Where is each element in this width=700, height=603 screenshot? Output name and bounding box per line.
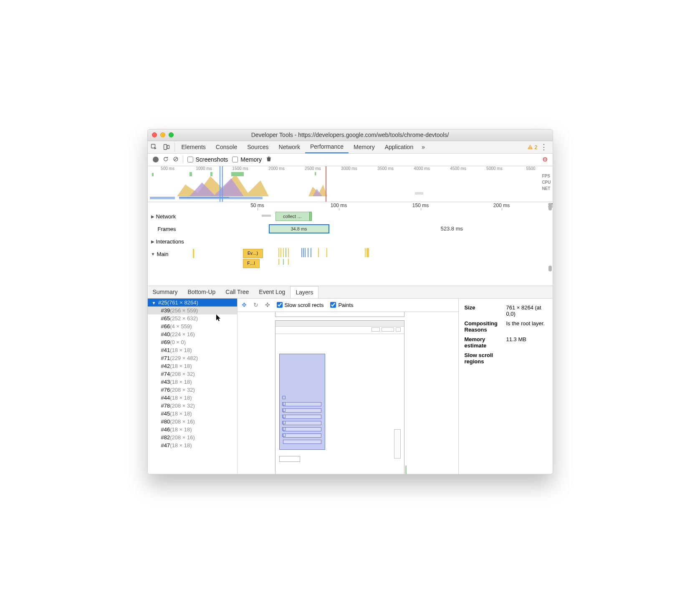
prop-slowscroll-value	[505, 350, 548, 366]
layer-item[interactable]: #47(18 × 18)	[148, 441, 237, 449]
layers-toolbar: ✥ ↻ ✜ Slow scroll rects Paints	[238, 299, 458, 312]
tab-console[interactable]: Console	[211, 141, 242, 153]
tab-application[interactable]: Application	[380, 141, 419, 153]
main-scrollbar[interactable]	[548, 266, 552, 271]
flamechart-area: ▶Network Frames ▶Interactions ▼Main 50 m…	[148, 202, 553, 286]
details-tabstrip: Summary Bottom-Up Call Tree Event Log La…	[148, 286, 553, 299]
tab-network[interactable]: Network	[274, 141, 305, 153]
layer-item[interactable]: #41(18 × 18)	[148, 346, 237, 354]
prop-memory-label: Memory estimate	[464, 334, 505, 350]
layers-viewport: ✥ ↻ ✜ Slow scroll rects Paints	[238, 299, 459, 474]
main-event[interactable]: Ev…)	[243, 249, 263, 258]
btab-bottom-up[interactable]: Bottom-Up	[182, 286, 220, 298]
btab-layers[interactable]: Layers	[290, 286, 318, 298]
titlebar: Developer Tools - https://developers.goo…	[148, 129, 553, 141]
selected-layer-overlay	[279, 354, 325, 450]
track-network[interactable]: ▶Network	[148, 210, 193, 223]
maximize-button[interactable]	[169, 132, 174, 137]
minimize-button[interactable]	[160, 132, 165, 137]
layer-item[interactable]: #82(208 × 16)	[148, 433, 237, 441]
performance-toolbar: Screenshots Memory ⚙	[148, 154, 553, 166]
tab-elements[interactable]: Elements	[177, 141, 211, 153]
network-track: collect …	[193, 210, 553, 223]
btab-summary[interactable]: Summary	[148, 286, 183, 298]
overview-selection[interactable]	[220, 166, 223, 202]
layer-item[interactable]: #46(18 × 18)	[148, 426, 237, 433]
rotate-tool-icon[interactable]: ↻	[253, 302, 258, 308]
layer-item[interactable]: #74(208 × 32)	[148, 370, 237, 378]
svg-rect-7	[152, 173, 154, 176]
svg-rect-8	[190, 172, 192, 176]
devtools-tabstrip: Elements Console Sources Network Perform…	[148, 141, 553, 154]
svg-rect-2	[167, 145, 169, 149]
btab-event-log[interactable]: Event Log	[254, 286, 290, 298]
inspect-element-icon[interactable]	[148, 141, 160, 153]
capture-settings-icon[interactable]: ⚙	[542, 156, 548, 163]
record-button[interactable]	[153, 157, 159, 162]
layer-item[interactable]: #39(256 × 559)	[148, 307, 237, 314]
layers-canvas[interactable]	[238, 312, 458, 474]
reset-view-icon[interactable]: ✜	[265, 302, 270, 308]
warnings-count: 2	[534, 144, 537, 150]
tab-memory[interactable]: Memory	[349, 141, 380, 153]
warnings-badge[interactable]: 2	[527, 144, 537, 150]
paints-checkbox[interactable]: Paints	[330, 302, 353, 308]
track-interactions[interactable]: ▶Interactions	[148, 236, 193, 248]
track-main[interactable]: ▼Main	[148, 248, 193, 261]
net-bars	[148, 197, 540, 200]
tabs-overflow[interactable]: »	[418, 141, 428, 153]
device-toolbar-icon[interactable]	[160, 141, 173, 153]
layer-item[interactable]: #65(252 × 632)	[148, 314, 237, 322]
overview-timeline[interactable]: 500 ms 1000 ms 1500 ms 2000 ms 2500 ms 3…	[148, 166, 553, 202]
flame-ruler: 50 ms 100 ms 150 ms 200 ms 25	[193, 202, 553, 210]
track-frames[interactable]: Frames	[148, 223, 193, 236]
prop-slowscroll-label: Slow scroll regions	[464, 350, 505, 366]
layers-panel: ▼ #25(761 × 8264)#39(256 × 559)#65(252 ×…	[148, 299, 553, 474]
layer-item[interactable]: #80(208 × 16)	[148, 418, 237, 426]
layer-properties: Size 761 × 8264 (at 0,0) Compositing Rea…	[459, 299, 553, 474]
frame-next-label: 523.8 ms	[441, 225, 463, 232]
trash-icon[interactable]	[266, 156, 272, 163]
flame-track-labels: ▶Network Frames ▶Interactions ▼Main	[148, 202, 193, 286]
layer-item[interactable]: #40(224 × 16)	[148, 330, 237, 338]
layer-item[interactable]: #45(18 × 18)	[148, 410, 237, 418]
layer-item[interactable]: #44(18 × 18)	[148, 394, 237, 402]
layer-item[interactable]: #43(18 × 18)	[148, 378, 237, 386]
svg-rect-11	[315, 172, 316, 175]
prop-memory-value: 11.3 MB	[505, 334, 548, 350]
close-button[interactable]	[152, 132, 157, 137]
layer-item[interactable]: #66(4 × 559)	[148, 322, 237, 330]
slow-scroll-rects-checkbox[interactable]: Slow scroll rects	[277, 302, 324, 308]
layer-item[interactable]: #71(229 × 482)	[148, 354, 237, 362]
window-title: Developer Tools - https://developers.goo…	[148, 132, 553, 138]
flame-scrollbar[interactable]	[548, 203, 552, 210]
layer-item[interactable]: #69(0 × 0)	[148, 338, 237, 346]
btab-call-tree[interactable]: Call Tree	[220, 286, 254, 298]
svg-rect-10	[231, 172, 244, 176]
clear-icon[interactable]	[173, 156, 179, 163]
devtools-window: Developer Tools - https://developers.goo…	[147, 129, 553, 474]
frame-selected[interactable]: 34.8 ms	[269, 224, 329, 233]
kebab-menu-icon[interactable]: ⋮	[540, 142, 548, 152]
layer-item[interactable]: #76(208 × 32)	[148, 386, 237, 394]
tab-performance[interactable]: Performance	[305, 141, 349, 153]
svg-rect-3	[530, 146, 531, 147]
layers-tree[interactable]: ▼ #25(761 × 8264)#39(256 × 559)#65(252 ×…	[148, 299, 238, 474]
layer-item[interactable]: ▼ #25(761 × 8264)	[148, 299, 237, 307]
main-function[interactable]: F…l	[243, 259, 260, 268]
layer-item[interactable]: #42(18 × 18)	[148, 362, 237, 370]
network-request-box[interactable]: collect …	[275, 212, 310, 221]
tab-sources[interactable]: Sources	[242, 141, 273, 153]
screenshots-checkbox[interactable]: Screenshots	[187, 156, 228, 163]
main-track: Ev…) F…l	[193, 248, 553, 273]
layer-item[interactable]: #78(208 × 32)	[148, 402, 237, 410]
svg-line-6	[174, 157, 177, 160]
current-time-marker	[326, 166, 326, 202]
flame-canvas[interactable]: 50 ms 100 ms 150 ms 200 ms 25 collect … …	[193, 202, 553, 286]
overview-ruler: 500 ms 1000 ms 1500 ms 2000 ms 2500 ms 3…	[148, 166, 553, 172]
traffic-lights	[148, 132, 174, 137]
pan-tool-icon[interactable]: ✥	[242, 302, 247, 308]
memory-checkbox[interactable]: Memory	[232, 156, 262, 163]
reload-icon[interactable]	[163, 156, 169, 163]
interactions-track	[193, 236, 553, 248]
